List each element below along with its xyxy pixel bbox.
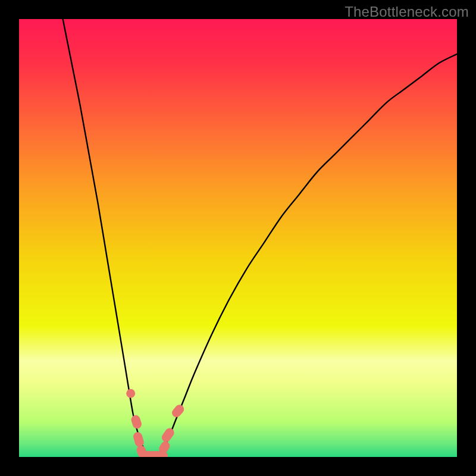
plot-area [19,19,457,457]
marker-dot [126,389,135,398]
gradient-background [19,19,457,457]
chart-svg [19,19,457,457]
watermark-text: TheBottleneck.com [345,4,469,20]
outer-frame: TheBottleneck.com [0,0,476,476]
